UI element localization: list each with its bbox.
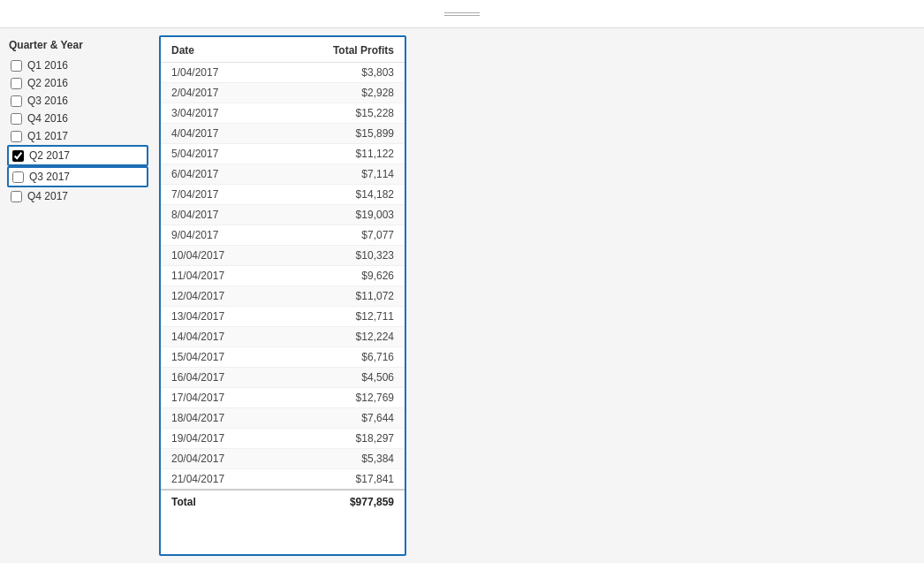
table-row: 12/04/2017$11,072 (161, 286, 405, 307)
cell-profits: $12,769 (276, 388, 405, 408)
filter-item-q2-2017[interactable]: Q2 2017 (7, 145, 148, 166)
cell-date: 16/04/2017 (161, 368, 276, 388)
table-row: 17/04/2017$12,769 (161, 388, 405, 408)
filter-label-q4-2017: Q4 2017 (27, 190, 68, 202)
cell-date: 13/04/2017 (161, 307, 276, 327)
table-row: 14/04/2017$12,224 (161, 327, 405, 347)
drag-handle-area[interactable] (7, 12, 917, 16)
cell-profits: $6,716 (276, 347, 405, 368)
cell-profits: $2,928 (276, 83, 405, 103)
cell-date: 10/04/2017 (161, 246, 276, 266)
cell-date: 21/04/2017 (161, 469, 276, 491)
table-row: 9/04/2017$7,077 (161, 225, 405, 246)
rest-panel (417, 35, 917, 556)
cell-profits: $12,224 (276, 327, 405, 347)
top-bar (0, 0, 924, 28)
data-table-panel: Date Total Profits 1/04/2017$3,8032/04/2… (159, 35, 406, 556)
cell-profits: $19,003 (276, 205, 405, 225)
table-row: 11/04/2017$9,626 (161, 266, 405, 286)
table-row: 10/04/2017$10,323 (161, 246, 405, 266)
filter-label-q3-2016: Q3 2016 (27, 95, 68, 107)
cell-date: 19/04/2017 (161, 429, 276, 449)
table-row: 1/04/2017$3,803 (161, 63, 405, 83)
checkbox-q4-2017[interactable] (11, 191, 22, 202)
cell-date: 9/04/2017 (161, 225, 276, 246)
col-header-date: Date (161, 37, 276, 63)
filter-label-q2-2016: Q2 2016 (27, 77, 68, 89)
cell-profits: $9,626 (276, 266, 405, 286)
table-row: 6/04/2017$7,114 (161, 164, 405, 185)
cell-date: 20/04/2017 (161, 449, 276, 469)
filter-item-q3-2016[interactable]: Q3 2016 (7, 92, 148, 110)
table-row: 8/04/2017$19,003 (161, 205, 405, 225)
table-row: 21/04/2017$17,841 (161, 469, 405, 491)
filter-label-q2-2017: Q2 2017 (29, 149, 70, 162)
footer-total: $977,859 (276, 490, 405, 514)
cell-date: 3/04/2017 (161, 103, 276, 124)
cell-date: 7/04/2017 (161, 185, 276, 205)
checkbox-q3-2017[interactable] (12, 171, 24, 183)
table-row: 15/04/2017$6,716 (161, 347, 405, 368)
filter-item-q1-2017[interactable]: Q1 2017 (7, 127, 148, 145)
cell-date: 15/04/2017 (161, 347, 276, 368)
filter-item-q4-2016[interactable]: Q4 2016 (7, 110, 148, 127)
filter-title: Quarter & Year (7, 39, 148, 51)
cell-date: 8/04/2017 (161, 205, 276, 225)
profits-table: Date Total Profits 1/04/2017$3,8032/04/2… (161, 37, 405, 514)
filter-item-q1-2016[interactable]: Q1 2016 (7, 57, 148, 74)
cell-profits: $14,182 (276, 185, 405, 205)
table-row: 2/04/2017$2,928 (161, 83, 405, 103)
col-header-profits: Total Profits (276, 37, 405, 63)
cell-date: 1/04/2017 (161, 63, 276, 83)
checkbox-q1-2017[interactable] (11, 131, 22, 142)
table-row: 13/04/2017$12,711 (161, 307, 405, 327)
cell-date: 5/04/2017 (161, 144, 276, 164)
filter-panel: Quarter & Year Q1 2016Q2 2016Q3 2016Q4 2… (7, 35, 148, 556)
table-row: 3/04/2017$15,228 (161, 103, 405, 124)
table-row: 19/04/2017$18,297 (161, 429, 405, 449)
cell-date: 11/04/2017 (161, 266, 276, 286)
filter-label-q1-2017: Q1 2017 (27, 130, 68, 142)
table-row: 18/04/2017$7,644 (161, 408, 405, 429)
checkbox-q2-2017[interactable] (12, 150, 24, 162)
checkbox-q3-2016[interactable] (11, 95, 22, 107)
table-footer-row: Total $977,859 (161, 490, 405, 514)
cell-profits: $7,077 (276, 225, 405, 246)
cell-date: 4/04/2017 (161, 124, 276, 144)
cell-date: 18/04/2017 (161, 408, 276, 429)
footer-label: Total (161, 490, 276, 514)
drag-handle-icon (444, 12, 480, 16)
main-content: Quarter & Year Q1 2016Q2 2016Q3 2016Q4 2… (0, 28, 924, 563)
cell-profits: $15,899 (276, 124, 405, 144)
filter-item-q2-2016[interactable]: Q2 2016 (7, 74, 148, 92)
filter-item-q3-2017[interactable]: Q3 2017 (7, 166, 148, 187)
cell-date: 12/04/2017 (161, 286, 276, 307)
cell-profits: $3,803 (276, 63, 405, 83)
table-row: 20/04/2017$5,384 (161, 449, 405, 469)
filter-item-q4-2017[interactable]: Q4 2017 (7, 187, 148, 205)
filter-label-q1-2016: Q1 2016 (27, 59, 68, 72)
cell-profits: $17,841 (276, 469, 405, 491)
cell-profits: $10,323 (276, 246, 405, 266)
cell-profits: $7,644 (276, 408, 405, 429)
table-row: 7/04/2017$14,182 (161, 185, 405, 205)
table-row: 16/04/2017$4,506 (161, 368, 405, 388)
table-body: 1/04/2017$3,8032/04/2017$2,9283/04/2017$… (161, 63, 405, 491)
filter-items-list: Q1 2016Q2 2016Q3 2016Q4 2016Q1 2017Q2 20… (7, 57, 148, 205)
cell-profits: $11,122 (276, 144, 405, 164)
table-row: 4/04/2017$15,899 (161, 124, 405, 144)
cell-date: 2/04/2017 (161, 83, 276, 103)
cell-profits: $5,384 (276, 449, 405, 469)
filter-label-q3-2017: Q3 2017 (29, 171, 70, 183)
cell-profits: $15,228 (276, 103, 405, 124)
cell-date: 17/04/2017 (161, 388, 276, 408)
cell-profits: $12,711 (276, 307, 405, 327)
cell-profits: $11,072 (276, 286, 405, 307)
checkbox-q2-2016[interactable] (11, 78, 22, 89)
table-row: 5/04/2017$11,122 (161, 144, 405, 164)
cell-profits: $7,114 (276, 164, 405, 185)
cell-profits: $18,297 (276, 429, 405, 449)
cell-profits: $4,506 (276, 368, 405, 388)
checkbox-q1-2016[interactable] (11, 60, 22, 72)
checkbox-q4-2016[interactable] (11, 113, 22, 125)
